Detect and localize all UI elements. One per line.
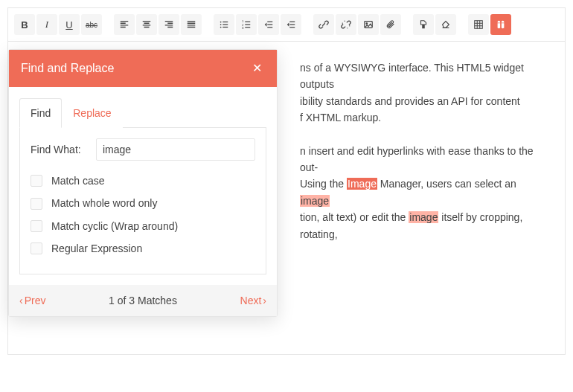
option-match-case-row: Match case (31, 173, 255, 189)
search-match: image (300, 195, 330, 207)
align-right-button[interactable] (159, 14, 179, 35)
outdent-button[interactable] (258, 14, 279, 35)
find-what-input[interactable] (96, 138, 255, 161)
unlink-button[interactable] (336, 14, 356, 35)
svg-rect-17 (289, 27, 295, 28)
svg-point-2 (220, 27, 222, 28)
close-icon: ✕ (252, 62, 262, 74)
svg-point-1 (220, 24, 222, 25)
find-replace-button[interactable] (490, 14, 511, 35)
match-status: 1 of 3 Matches (109, 292, 177, 309)
svg-rect-13 (267, 24, 272, 25)
svg-point-19 (366, 23, 368, 25)
search-match-current: Image (347, 178, 377, 190)
cyclic-checkbox[interactable] (31, 220, 42, 232)
svg-rect-20 (422, 25, 425, 28)
find-what-label: Find What: (31, 141, 87, 158)
svg-rect-9 (245, 22, 250, 22)
dialog-footer: ‹ Prev 1 of 3 Matches Next › (9, 285, 277, 316)
link-button[interactable] (313, 14, 334, 35)
next-button[interactable]: Next › (240, 295, 266, 306)
indent-button[interactable] (281, 14, 301, 35)
strikethrough-button[interactable]: abc (81, 14, 102, 35)
cyclic-label: Match cyclic (Wrap around) (51, 218, 178, 234)
toolbar-group-tools (468, 14, 511, 35)
svg-point-0 (220, 22, 222, 23)
chevron-left-icon: ‹ (19, 295, 23, 306)
align-left-button[interactable] (114, 14, 135, 35)
svg-rect-11 (245, 27, 250, 28)
svg-rect-3 (223, 22, 228, 22)
svg-rect-12 (267, 22, 272, 22)
dialog-title: Find and Replace (21, 59, 114, 78)
tab-replace[interactable]: Replace (62, 98, 122, 128)
match-case-label: Match case (51, 173, 105, 189)
regex-checkbox[interactable] (31, 242, 42, 254)
editor-content-area[interactable]: ns of a WYSIWYG interface. This HTML5 wi… (8, 42, 565, 354)
dialog-body: Find Replace Find What: Match case Match… (9, 87, 277, 274)
dialog-close-button[interactable]: ✕ (249, 62, 265, 74)
format-painter-button[interactable] (413, 14, 434, 35)
option-cyclic-row: Match cyclic (Wrap around) (31, 218, 255, 234)
underline-button[interactable]: U (59, 14, 80, 35)
editor-container: B I U abc 123 (7, 7, 566, 355)
toolbar-group-font: B I U abc (14, 14, 102, 35)
whole-word-checkbox[interactable] (31, 198, 42, 210)
toolbar-group-insert (313, 14, 401, 35)
regex-label: Regular Expression (51, 240, 142, 257)
option-whole-word-row: Match whole word only (31, 195, 255, 211)
table-button[interactable] (468, 14, 489, 35)
svg-rect-10 (245, 24, 250, 25)
svg-rect-16 (289, 24, 295, 25)
clear-format-button[interactable] (435, 14, 456, 35)
dialog-tabs: Find Replace (19, 97, 266, 127)
find-replace-dialog: Find and Replace ✕ Find Replace Find Wha… (8, 49, 278, 317)
italic-button[interactable]: I (36, 14, 57, 35)
match-case-checkbox[interactable] (31, 175, 42, 187)
toolbar-group-align (114, 14, 202, 35)
editor-toolbar: B I U abc 123 (8, 8, 565, 42)
toolbar-group-format (413, 14, 456, 35)
align-center-button[interactable] (136, 14, 157, 35)
svg-rect-14 (267, 27, 272, 28)
align-justify-button[interactable] (181, 14, 202, 35)
bold-button[interactable]: B (14, 14, 35, 35)
image-button[interactable] (358, 14, 379, 35)
search-match: image (409, 211, 438, 223)
prev-button[interactable]: ‹ Prev (19, 295, 45, 306)
attachment-button[interactable] (380, 14, 401, 35)
whole-word-label: Match whole word only (51, 195, 157, 211)
find-field-row: Find What: (31, 138, 255, 161)
svg-text:3: 3 (242, 26, 244, 30)
svg-rect-5 (223, 27, 228, 28)
ordered-list-button[interactable]: 123 (236, 14, 257, 35)
chevron-right-icon: › (263, 295, 266, 306)
svg-rect-4 (223, 24, 228, 25)
dialog-header[interactable]: Find and Replace ✕ (9, 50, 277, 87)
toolbar-group-list: 123 (214, 14, 301, 35)
svg-rect-15 (289, 22, 295, 22)
find-panel: Find What: Match case Match whole word o… (19, 127, 266, 274)
unordered-list-button[interactable] (214, 14, 234, 35)
svg-rect-21 (475, 21, 483, 29)
option-regex-row: Regular Expression (31, 240, 255, 257)
tab-find[interactable]: Find (19, 98, 62, 128)
